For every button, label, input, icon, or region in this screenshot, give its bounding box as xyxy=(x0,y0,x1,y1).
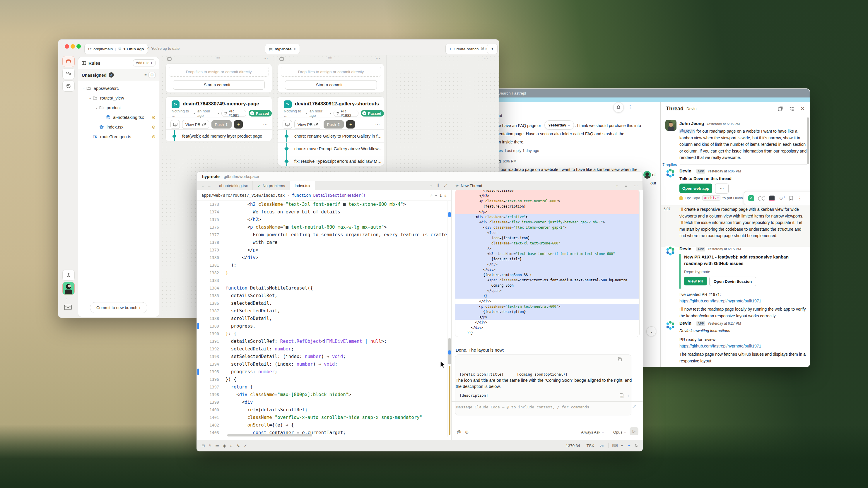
collab-icon[interactable]: ◉ xyxy=(221,444,228,448)
author-name[interactable]: Devin xyxy=(679,168,691,173)
add-reaction-icon[interactable]: ☺+ xyxy=(779,196,785,201)
code-line[interactable]: 1391 detailsScrollRef: React.RefObject<H… xyxy=(197,337,447,345)
code-line[interactable]: 1382} xyxy=(197,269,447,276)
zoom-window-button[interactable] xyxy=(76,44,81,48)
add-rule-button[interactable]: Add rule + xyxy=(133,59,155,66)
code-line[interactable]: 1387 setSelectedDetail, xyxy=(197,307,447,315)
commit-row[interactable]: chore: move Prompt Gallery above Workflo… xyxy=(278,142,384,155)
sort-icon[interactable]: ⇅ xyxy=(444,193,446,198)
breadcrumb[interactable]: apps/web/src/routes/_view/index.tsx › fu… xyxy=(197,190,451,201)
code-line[interactable]: 1396}) { xyxy=(197,376,447,383)
history-rail-button[interactable] xyxy=(62,80,75,92)
lane3-more-button[interactable]: ⋯ xyxy=(484,56,489,62)
view-pr-button[interactable]: View PR xyxy=(684,276,707,285)
tree-file-ai-notetaking.tsx[interactable]: ai-notetaking.tsx⊘ xyxy=(78,112,159,122)
push-button[interactable]: Push ↥ xyxy=(211,120,232,129)
tree-file-routeTree.gen.ts[interactable]: TSrouteTree.gen.ts⊘ xyxy=(78,132,159,141)
code-line[interactable]: 1392 selectedDetail: number; xyxy=(197,345,447,353)
branch-more-button[interactable]: ⋯ xyxy=(375,122,380,127)
new-thread-icon[interactable]: + xyxy=(614,184,621,188)
code-line[interactable]: 1383 xyxy=(197,276,447,284)
drop-zone[interactable]: Drop files to assign or commit directly xyxy=(169,67,269,77)
code-line[interactable]: 1377 From powerful editing to seamless o… xyxy=(197,231,447,238)
mention-devin[interactable]: @Devin xyxy=(679,129,695,133)
message-timestamp[interactable]: 6:07 xyxy=(663,207,670,211)
lane-more-button[interactable]: ⋯ xyxy=(263,55,269,61)
close-window-button[interactable] xyxy=(65,44,69,48)
message-timestamp[interactable]: Yesterday at 6:15 PM xyxy=(708,247,741,251)
avatar-john[interactable] xyxy=(665,120,677,131)
replies-count[interactable]: 7 replies xyxy=(662,162,677,167)
code-line[interactable]: 1375 </h2> xyxy=(197,216,447,223)
language-mode[interactable]: TSX xyxy=(587,444,594,448)
bell-icon[interactable] xyxy=(632,444,640,448)
lane-drag-handle[interactable]: ∷∷ xyxy=(328,57,332,60)
code-line[interactable]: 1388 scrollToDetail, xyxy=(197,315,447,322)
code-line[interactable]: 1395 progress: number; xyxy=(197,368,447,376)
channel-replies-link[interactable]: es Last reply 1 day ago xyxy=(499,149,539,153)
code-line[interactable]: 1379 </p> xyxy=(197,246,447,254)
lane-panel-icon[interactable] xyxy=(167,57,172,61)
avatar-devin[interactable] xyxy=(665,320,676,331)
search-all-icon[interactable]: ⌕ xyxy=(228,443,235,448)
push-button[interactable]: Push ↥ xyxy=(323,120,344,129)
code-line[interactable]: 1400 ref={detailsScrollRef} xyxy=(197,406,447,414)
code-line[interactable]: 1374 We focus on every bit of details xyxy=(197,208,447,216)
code-line[interactable]: 1402 onScroll={(e) ⇒ { xyxy=(197,421,447,429)
pr-link[interactable]: https://github.com/fastrepl/hyprnote/pul… xyxy=(679,298,808,304)
branch-review-button[interactable] xyxy=(170,120,180,129)
model-select[interactable]: Opus⌄ xyxy=(613,430,626,434)
check-reaction-icon[interactable]: ✓ xyxy=(748,195,754,201)
code-line[interactable]: 1390}: { xyxy=(197,330,447,337)
feedback-mail-button[interactable] xyxy=(64,305,72,311)
code-line[interactable]: 1384function DetailsMobileCarousel({ xyxy=(197,284,447,292)
inline-assist-icon[interactable]: I xyxy=(440,193,442,198)
account-switcher-chevrons[interactable]: ⌃⌄ xyxy=(65,295,68,299)
branch-name[interactable]: devin/1764380749-memory-page xyxy=(183,101,259,107)
editor-titlebar[interactable]: hyprnote gitbutler/workspace xyxy=(197,172,643,182)
branch-ai-button[interactable]: ✦ xyxy=(234,120,243,129)
code-line[interactable]: 1376 <p className="■ text-neutral-600 ma… xyxy=(197,223,447,231)
code-line[interactable]: 1378 with care xyxy=(197,238,447,246)
message-timestamp[interactable]: Yesterday at 6:06 PM xyxy=(708,169,741,173)
lane-drag-handle[interactable]: ∷∷ xyxy=(216,57,220,60)
split-pane-icon[interactable]: ⫿ xyxy=(435,183,441,188)
lane-panel-icon[interactable] xyxy=(279,57,284,61)
outline-icon[interactable]: ≔ xyxy=(214,444,221,448)
start-commit-button[interactable]: Start a commit... xyxy=(173,80,265,90)
select-icon[interactable]: ⌖ xyxy=(435,193,437,198)
open-devin-session-button[interactable]: Open Devin Session xyxy=(709,276,756,286)
editor-scrollbar[interactable] xyxy=(447,200,452,436)
tree-file-index.tsx[interactable]: index.tsx⊘ xyxy=(78,122,159,132)
branch-review-button[interactable] xyxy=(283,120,292,129)
tab-ai-notetaking[interactable]: ai-notetaking.tsx xyxy=(214,181,253,190)
terminal-icon[interactable]: ⌨ xyxy=(612,444,619,448)
commit-to-new-branch-button[interactable]: Commit to new branch + xyxy=(90,302,147,313)
branch-more-button[interactable]: ⋯ xyxy=(263,122,268,127)
minimize-window-button[interactable] xyxy=(70,44,75,48)
context-target-icon[interactable]: ⊕ xyxy=(465,429,469,435)
ai-sparkle-icon[interactable]: ✦ xyxy=(625,444,632,448)
expand-composer-icon[interactable]: ⤢ xyxy=(632,404,636,409)
markdown-file-icon[interactable]: MD xyxy=(619,393,624,398)
tree-folder-routes/_view[interactable]: ⌄routes/_view xyxy=(78,93,159,103)
code-line[interactable]: 1401 className="overflow-x-auto scrollba… xyxy=(197,414,447,421)
view-pr-button[interactable]: View PR xyxy=(182,120,209,129)
branches-rail-button[interactable] xyxy=(62,68,75,79)
tab-index-tsx[interactable]: index.tsx xyxy=(290,181,315,190)
message-timestamp[interactable]: Yesterday at 6:27 PM xyxy=(708,321,741,326)
date-jump-pill[interactable]: Yesterday⌄ xyxy=(545,120,574,130)
channel-more-button[interactable]: ⋮ xyxy=(627,104,632,110)
commit-row[interactable]: chore: rename Gallery to Prompt Gallery … xyxy=(278,130,384,142)
commit-row[interactable]: fix: resolve TypeScript errors and add r… xyxy=(278,155,384,166)
cursor-position[interactable]: 1370:34 xyxy=(566,444,580,448)
panel-toggle-icon[interactable]: ⊟ xyxy=(200,444,207,448)
copy-icon[interactable] xyxy=(617,357,622,361)
code-line[interactable]: 1386 selectedDetail, xyxy=(197,299,447,307)
code-line[interactable]: 1394 scrollToDetail: (index: number) ⇒ v… xyxy=(197,360,447,368)
open-web-app-button[interactable]: Open web app xyxy=(679,184,712,193)
author-name[interactable]: Devin xyxy=(679,321,691,326)
eyes-reaction-icon[interactable] xyxy=(758,196,765,200)
mention-icon[interactable]: @ xyxy=(457,429,461,434)
pr-title[interactable]: New PR #1971 - feat(web): add responsive… xyxy=(684,254,804,267)
